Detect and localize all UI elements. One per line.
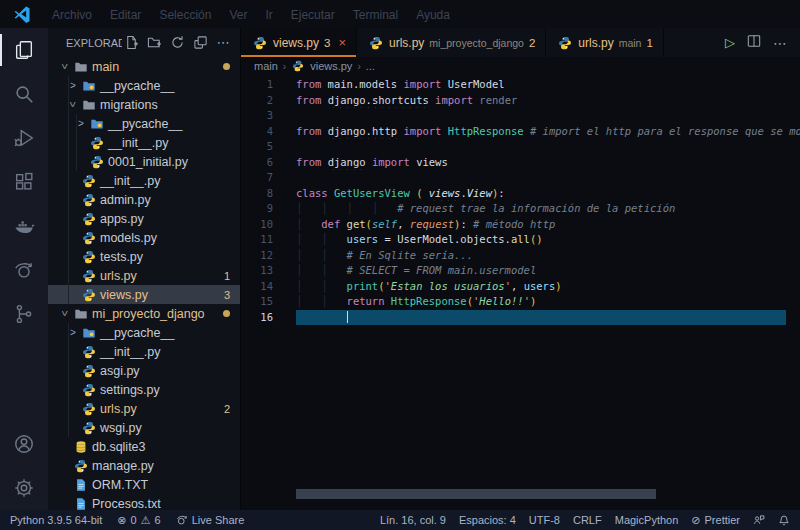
line-number[interactable]: 13 bbox=[241, 263, 293, 279]
menu-ir[interactable]: Ir bbox=[256, 8, 281, 22]
more-actions-icon[interactable]: ⋯ bbox=[214, 34, 232, 52]
code-line[interactable] bbox=[296, 170, 800, 186]
line-number[interactable]: 8 bbox=[241, 186, 293, 202]
tree-item-main[interactable]: >main bbox=[48, 57, 240, 76]
prettier-status[interactable]: ⊘ Prettier bbox=[691, 514, 740, 527]
tree-item-mi-proyecto-django[interactable]: >mi_proyecto_django bbox=[48, 304, 240, 323]
python-interpreter-status[interactable]: Python 3.9.5 64-bit bbox=[10, 514, 102, 526]
tree-item--init-py[interactable]: __init__.py bbox=[48, 342, 240, 361]
menu-selección[interactable]: Selección bbox=[150, 8, 220, 22]
tree-item-0001-initial-py[interactable]: 0001_initial.py bbox=[48, 152, 240, 171]
split-editor-icon[interactable] bbox=[747, 34, 761, 52]
line-number[interactable]: 5 bbox=[241, 139, 293, 155]
code-line[interactable]: │ def get(self, request): # método http bbox=[296, 217, 800, 233]
menu-ver[interactable]: Ver bbox=[220, 8, 256, 22]
breadcrumb-item[interactable]: views.py bbox=[310, 60, 352, 72]
code-line[interactable]: │ │ users = UserModel.objects.all() bbox=[296, 232, 800, 248]
new-folder-icon[interactable] bbox=[145, 34, 163, 52]
close-icon[interactable]: × bbox=[338, 35, 346, 50]
horizontal-scrollbar[interactable] bbox=[296, 489, 656, 499]
source-control-graph-icon[interactable] bbox=[0, 292, 48, 336]
new-file-icon[interactable] bbox=[122, 34, 140, 52]
search-icon[interactable] bbox=[0, 72, 48, 116]
tree-item-urls-py[interactable]: urls.py1 bbox=[48, 266, 240, 285]
tree-item-admin-py[interactable]: admin.py bbox=[48, 190, 240, 209]
line-number[interactable]: 7 bbox=[241, 170, 293, 186]
breadcrumb[interactable]: main › views.py › ... bbox=[241, 57, 800, 75]
line-number[interactable]: 12 bbox=[241, 248, 293, 264]
collapse-folders-icon[interactable] bbox=[191, 34, 209, 52]
code-content[interactable]: from main.models import UserModelfrom dj… bbox=[296, 75, 800, 510]
code-line[interactable] bbox=[296, 108, 800, 124]
code-line[interactable]: from django.http import HttpResponse # i… bbox=[296, 124, 800, 140]
tab-views-py[interactable]: views.py 3 × bbox=[241, 28, 357, 57]
menu-archivo[interactable]: Archivo bbox=[43, 8, 101, 22]
tree-item-procesos-txt[interactable]: Procesos.txt bbox=[48, 494, 240, 510]
tree-item-settings-py[interactable]: settings.py bbox=[48, 380, 240, 399]
tree-item-migrations[interactable]: >migrations bbox=[48, 95, 240, 114]
tree-item-asgi-py[interactable]: asgi.py bbox=[48, 361, 240, 380]
line-number[interactable]: 9 bbox=[241, 201, 293, 217]
line-number[interactable]: 6 bbox=[241, 155, 293, 171]
cursor-position-status[interactable]: Lín. 16, col. 9 bbox=[380, 514, 446, 526]
breadcrumb-item[interactable]: main bbox=[254, 60, 278, 72]
indentation-status[interactable]: Espacios: 4 bbox=[459, 514, 516, 526]
code-editor[interactable]: 12345678910111213141516 from main.models… bbox=[241, 75, 800, 510]
language-mode-status[interactable]: MagicPython bbox=[615, 514, 679, 526]
feedback-icon[interactable] bbox=[753, 514, 765, 526]
extensions-icon[interactable] bbox=[0, 160, 48, 204]
tree-item--pycache-[interactable]: >__pycache__ bbox=[48, 114, 240, 133]
tree-item--pycache-[interactable]: >__pycache__ bbox=[48, 323, 240, 342]
tree-item-urls-py[interactable]: urls.py2 bbox=[48, 399, 240, 418]
notifications-bell-icon[interactable] bbox=[778, 514, 790, 526]
line-number[interactable]: 3 bbox=[241, 108, 293, 124]
eol-status[interactable]: CRLF bbox=[573, 514, 602, 526]
menu-ejecutar[interactable]: Ejecutar bbox=[282, 8, 344, 22]
line-number[interactable]: 16 bbox=[241, 310, 293, 326]
menu-editar[interactable]: Editar bbox=[101, 8, 150, 22]
code-line[interactable]: from django.shortcuts import render bbox=[296, 93, 800, 109]
tree-item-views-py[interactable]: views.py3 bbox=[48, 285, 240, 304]
tree-item-orm-txt[interactable]: ORM.TXT bbox=[48, 475, 240, 494]
menu-ayuda[interactable]: Ayuda bbox=[407, 8, 459, 22]
code-line[interactable]: │ │ print('Estan los usuarios', users) bbox=[296, 279, 800, 295]
line-number[interactable]: 15 bbox=[241, 294, 293, 310]
tree-item-db-sqlite3[interactable]: db.sqlite3 bbox=[48, 437, 240, 456]
settings-gear-icon[interactable] bbox=[0, 466, 48, 510]
line-number[interactable]: 10 bbox=[241, 217, 293, 233]
code-line[interactable]: │ │ return HttpResponse('Hello!!') bbox=[296, 294, 800, 310]
more-editor-actions-icon[interactable]: ⋯ bbox=[773, 35, 788, 51]
line-number[interactable]: 2 bbox=[241, 93, 293, 109]
line-number[interactable]: 11 bbox=[241, 232, 293, 248]
code-line[interactable] bbox=[296, 139, 800, 155]
encoding-status[interactable]: UTF-8 bbox=[529, 514, 560, 526]
code-line[interactable]: │ │ # SELECT = FROM main.usermodel bbox=[296, 263, 800, 279]
refresh-icon[interactable] bbox=[168, 34, 186, 52]
tree-item--init-py[interactable]: __init__.py bbox=[48, 171, 240, 190]
line-number[interactable]: 1 bbox=[241, 77, 293, 93]
live-share-status[interactable]: Live Share bbox=[176, 514, 245, 526]
problems-status[interactable]: ⊗ 0 ⚠ 6 bbox=[117, 514, 160, 527]
tree-item-models-py[interactable]: models.py bbox=[48, 228, 240, 247]
docker-icon[interactable] bbox=[0, 204, 48, 248]
code-line[interactable]: class GetUsersView ( views.View): bbox=[296, 186, 800, 202]
explorer-icon[interactable] bbox=[0, 28, 48, 72]
run-debug-icon[interactable] bbox=[0, 116, 48, 160]
tree-item-manage-py[interactable]: manage.py bbox=[48, 456, 240, 475]
code-line[interactable] bbox=[296, 310, 786, 326]
remote-explorer-icon[interactable] bbox=[0, 248, 48, 292]
code-line[interactable]: from django import views bbox=[296, 155, 800, 171]
tree-item-apps-py[interactable]: apps.py bbox=[48, 209, 240, 228]
tree-item-wsgi-py[interactable]: wsgi.py bbox=[48, 418, 240, 437]
code-line[interactable]: │ │ # En Sqlite sería... bbox=[296, 248, 800, 264]
tab-urls-py-main[interactable]: urls.py main 1 bbox=[546, 28, 664, 57]
line-number[interactable]: 14 bbox=[241, 279, 293, 295]
account-icon[interactable] bbox=[0, 422, 48, 466]
line-number-gutter[interactable]: 12345678910111213141516 bbox=[241, 75, 293, 510]
run-file-icon[interactable]: ▷ bbox=[725, 35, 735, 50]
tree-item-tests-py[interactable]: tests.py bbox=[48, 247, 240, 266]
code-line[interactable]: │ │ │ │ # request trae la información de… bbox=[296, 201, 800, 217]
breadcrumb-item[interactable]: ... bbox=[366, 60, 375, 72]
menu-terminal[interactable]: Terminal bbox=[344, 8, 407, 22]
tree-item--init-py[interactable]: __init__.py bbox=[48, 133, 240, 152]
